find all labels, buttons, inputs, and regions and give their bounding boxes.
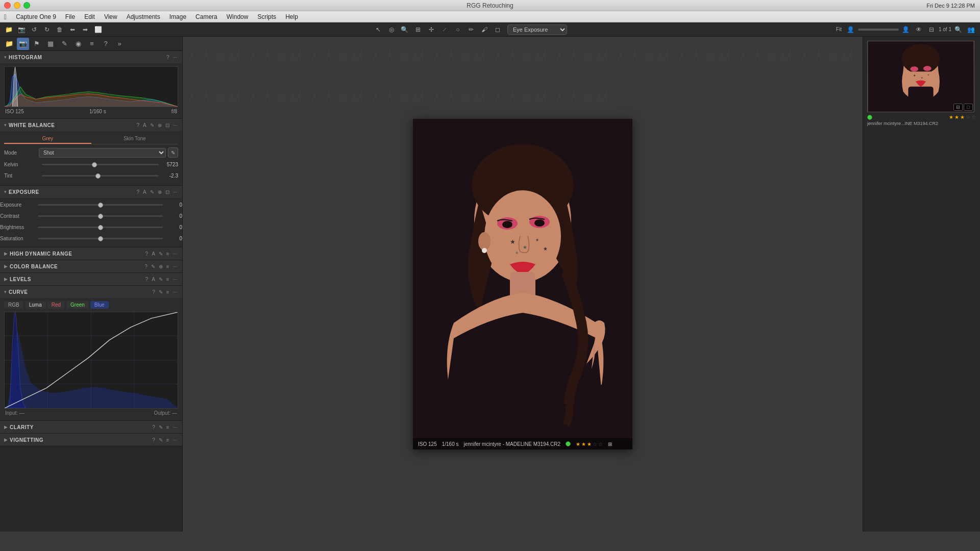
wb-pencil[interactable]: ✎ <box>149 122 155 129</box>
histogram-header[interactable]: ▾ HISTOGRAM ? ··· <box>0 51 182 63</box>
toolbar-icon-3[interactable]: ↺ <box>29 24 40 35</box>
menu-help[interactable]: Help <box>281 12 302 21</box>
exp-a[interactable]: A <box>142 189 148 195</box>
curve-tab-luma[interactable]: Luma <box>25 301 46 309</box>
exposure-dropdown[interactable]: Eye Exposure <box>507 24 567 35</box>
minimize-button[interactable] <box>14 2 20 9</box>
star-1[interactable]: ★ <box>576 441 580 447</box>
exp-exposure-thumb[interactable] <box>98 203 103 208</box>
star-3[interactable]: ★ <box>587 441 592 447</box>
wb-lock[interactable]: ⊡ <box>164 122 170 129</box>
wb-question[interactable]: ? <box>135 122 140 129</box>
exp-dots[interactable]: ··· <box>172 189 178 195</box>
left-tool-expand[interactable]: » <box>113 38 126 50</box>
hdr-dots[interactable]: ··· <box>172 251 178 257</box>
curve-question[interactable]: ? <box>151 289 156 295</box>
curve-tab-blue[interactable]: Blue <box>90 301 109 309</box>
thumb-star-1[interactable]: ★ <box>949 114 953 120</box>
levels-list[interactable]: ≡ <box>165 276 170 283</box>
wb-kelvin-thumb[interactable] <box>92 162 97 167</box>
toolbar-icon-8[interactable]: ⬜ <box>92 24 104 35</box>
wb-a[interactable]: A <box>142 122 148 129</box>
menu-app[interactable]: Capture One 9 <box>12 12 60 21</box>
hdr-header[interactable]: ▶ HIGH DYNAMIC RANGE ? A ✎ ≡ ··· <box>0 247 182 260</box>
tool-brush[interactable]: 🖌 <box>479 24 490 35</box>
wb-edit-btn[interactable]: ✎ <box>168 147 178 158</box>
star-5[interactable]: ☆ <box>598 441 603 447</box>
left-tool-grid[interactable]: ▦ <box>44 38 57 50</box>
tool-crop[interactable]: ⊞ <box>412 24 424 35</box>
star-4[interactable]: ☆ <box>593 441 597 447</box>
toolbar-icon-2[interactable]: 📷 <box>16 24 27 35</box>
clarity-dots[interactable]: ··· <box>172 424 178 431</box>
left-tool-flag[interactable]: ⚑ <box>31 38 43 50</box>
exp-pencil[interactable]: ✎ <box>149 189 155 195</box>
cb-dots[interactable]: ··· <box>172 263 178 270</box>
maximize-button[interactable] <box>23 2 30 9</box>
menu-file[interactable]: File <box>61 12 79 21</box>
cb-pencil[interactable]: ✎ <box>150 263 156 270</box>
levels-dots[interactable]: ··· <box>172 276 178 283</box>
thumb-star-3[interactable]: ★ <box>960 114 965 120</box>
zoom-fit-icon[interactable]: 👤 <box>900 24 912 35</box>
left-tool-brush[interactable]: ✎ <box>58 38 70 50</box>
close-button[interactable] <box>4 2 11 9</box>
tool-pen[interactable]: ✏ <box>465 24 477 35</box>
menu-scripts[interactable]: Scripts <box>253 12 280 21</box>
wb-tab-grey[interactable]: Grey <box>4 134 91 144</box>
curve-pencil[interactable]: ✎ <box>158 289 164 295</box>
color-balance-header[interactable]: ▶ COLOR BALANCE ? ✎ ⊕ ≡ ··· <box>0 260 182 272</box>
wb-dots[interactable]: ··· <box>172 122 178 129</box>
menu-image[interactable]: Image <box>165 12 190 21</box>
white-balance-header[interactable]: ▾ WHITE BALANCE ? A ✎ ⊕ ⊡ ··· <box>0 119 182 131</box>
wb-kelvin-slider[interactable] <box>42 164 159 165</box>
wb-tint-slider[interactable] <box>42 175 159 177</box>
wb-tab-skintone[interactable]: Skin Tone <box>91 134 179 144</box>
vignetting-list[interactable]: ≡ <box>165 437 170 443</box>
tool-select[interactable]: ↖ <box>373 24 384 35</box>
zoom-slider[interactable] <box>858 29 899 31</box>
curve-list[interactable]: ≡ <box>165 289 170 295</box>
cb-copy[interactable]: ⊕ <box>158 263 164 270</box>
menu-view[interactable]: View <box>100 12 121 21</box>
hdr-question[interactable]: ? <box>144 251 150 257</box>
toolbar-icon-5[interactable]: 🗑 <box>54 24 65 35</box>
hdr-list[interactable]: ≡ <box>165 251 170 257</box>
menu-edit[interactable]: Edit <box>80 12 99 21</box>
thumb-star-4[interactable]: ☆ <box>966 114 970 120</box>
clarity-pencil[interactable]: ✎ <box>158 424 164 431</box>
exp-contrast-thumb[interactable] <box>98 214 103 219</box>
histogram-question[interactable]: ? <box>165 54 170 61</box>
curve-dots[interactable]: ··· <box>172 289 178 295</box>
curve-header[interactable]: ▾ CURVE ? ✎ ≡ ··· <box>0 286 182 298</box>
wb-mode-select[interactable]: Shot <box>39 148 166 158</box>
exp-exposure-slider[interactable] <box>38 204 163 206</box>
exp-question[interactable]: ? <box>135 189 140 195</box>
levels-a[interactable]: A <box>151 276 156 283</box>
clarity-question[interactable]: ? <box>151 424 156 431</box>
levels-header[interactable]: ▶ LEVELS ? A ✎ ≡ ··· <box>0 273 182 285</box>
toolbar-icon-7[interactable]: ➡ <box>80 24 91 35</box>
left-tool-question[interactable]: ? <box>100 38 112 50</box>
tool-erase[interactable]: ◻ <box>492 24 503 35</box>
hdr-pencil[interactable]: ✎ <box>158 251 164 257</box>
left-tool-camera[interactable]: 📷 <box>17 38 29 50</box>
thumb-btn-2[interactable]: □ <box>964 104 973 111</box>
left-tool-folder[interactable]: 📁 <box>3 38 15 50</box>
toolbar-icon-4[interactable]: ↻ <box>41 24 53 35</box>
search-icon[interactable]: 🔍 <box>953 24 964 35</box>
tool-oval[interactable]: ○ <box>452 24 463 35</box>
star-2[interactable]: ★ <box>581 441 586 447</box>
exp-brightness-slider[interactable] <box>38 227 163 228</box>
curve-tab-green[interactable]: Green <box>66 301 89 309</box>
thumb-star-2[interactable]: ★ <box>954 114 959 120</box>
exp-saturation-slider[interactable] <box>38 238 163 239</box>
levels-question[interactable]: ? <box>144 276 150 283</box>
wb-copy[interactable]: ⊕ <box>157 122 163 129</box>
thumb-star-5[interactable]: ☆ <box>971 114 976 120</box>
tool-line[interactable]: ⟋ <box>439 24 450 35</box>
histogram-dots[interactable]: ··· <box>172 54 178 61</box>
cb-question[interactable]: ? <box>143 263 149 270</box>
exp-brightness-thumb[interactable] <box>98 225 103 230</box>
vignetting-question[interactable]: ? <box>151 437 156 443</box>
